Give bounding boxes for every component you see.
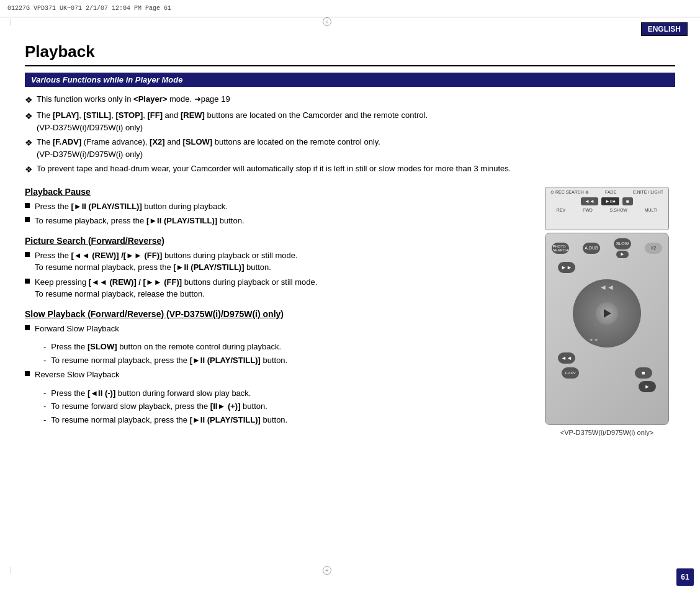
remote-fadv-btn[interactable]: F.ADV	[562, 367, 579, 379]
slow-playback-list-2: Reverse Slow Playback	[25, 369, 526, 381]
forward-slow-item-1: Press the [SLOW] button on the remote co…	[43, 341, 526, 353]
slow-playback-forward-label: Forward Slow Playback	[35, 323, 119, 335]
playback-pause-text-1: Press the [►II (PLAY/STILL)] button duri…	[35, 200, 228, 213]
note-item-3: ❖ To prevent tape and head-drum wear, yo…	[25, 163, 675, 176]
note-item-0: ❖ This function works only in <Player> m…	[25, 93, 675, 107]
label-rev: REV	[557, 208, 565, 212]
reverse-slow-item-3: To resume normal playback, press the [►I…	[43, 414, 526, 426]
remote-rev-btn[interactable]: ◄◄	[581, 197, 598, 205]
remote-caption: <VP-D375W(i)/D975W(i) only>	[560, 429, 653, 436]
diamond-icon-0: ❖	[25, 93, 33, 107]
remote-top-row: PHOTOSEARCH A.DUB SLOW ► X2	[552, 238, 662, 258]
page-info-label: 01227G VPD371 UK~071 2/1/07 12:04 PM Pag…	[7, 5, 171, 12]
note-text-0: This function works only in <Player> mod…	[37, 93, 230, 105]
picture-search-item-2: Keep pressing [◄◄ (REW)] / [►► (FF)] but…	[25, 276, 526, 300]
label-fade: FADE	[605, 190, 616, 195]
label-sshow: S.SHOW	[610, 208, 627, 212]
dpad-container: ◄◄ ◄◄	[573, 279, 641, 348]
playback-pause-list: Press the [►II (PLAY/STILL)] button duri…	[25, 200, 526, 227]
note-item-2: ❖ The [F.ADV] (Frame advance), [X2] and …	[25, 136, 675, 160]
bullet-sq-6	[25, 371, 30, 376]
corner-mark-tl: |	[9, 19, 11, 25]
bullet-sq-1	[25, 203, 30, 208]
reverse-slow-item-2: To resume forward slow playback, press t…	[43, 400, 526, 413]
remote-bottom-row: F.ADV ■	[552, 367, 662, 379]
reverse-slow-item-1: Press the [◄II (-)] button during forwar…	[43, 387, 526, 400]
remote-ff-btn[interactable]: ►►	[558, 262, 575, 273]
subsection-title-playback-pause: Playback Pause	[25, 187, 526, 197]
bullet-sq-2	[25, 217, 30, 222]
remote-stop-btn[interactable]: ■	[622, 197, 633, 205]
remote-adub-btn[interactable]: A.DUB	[583, 243, 600, 254]
label-fwd: FWD	[583, 208, 593, 212]
page-title: Playback	[25, 42, 675, 66]
subsection-title-slow-playback: Slow Playback (Forward/Reverse) (VP-D375…	[25, 309, 526, 319]
dpad-down-icon: ◄◄	[588, 337, 598, 343]
reverse-slow-text-1: Press the [◄II (-)] button during forwar…	[51, 387, 251, 400]
remote-button-labels: REV FWD S.SHOW MULTI	[548, 208, 666, 212]
bullet-sq-3	[25, 252, 30, 257]
main-content: Playback Various Functions while in Play…	[25, 17, 675, 567]
remote-slow-btn[interactable]: SLOW	[614, 238, 631, 249]
dpad-up-icon: ◄◄	[599, 283, 614, 292]
dpad-outer[interactable]: ◄◄ ◄◄	[573, 279, 641, 348]
forward-slow-sub-list: Press the [SLOW] button on the remote co…	[43, 341, 526, 366]
bullet-sq-4	[25, 279, 30, 284]
remote-bottom-section: F.ADV ■ ►	[552, 367, 662, 392]
note-text-2: The [F.ADV] (Frame advance), [X2] and [S…	[37, 136, 380, 160]
remote-photo-search-btn[interactable]: PHOTOSEARCH	[552, 243, 569, 254]
picture-search-list: Press the [◄◄ (REW)] /[►► (FF)] buttons …	[25, 249, 526, 300]
playback-pause-item-1: Press the [►II (PLAY/STILL)] button duri…	[25, 200, 526, 213]
remote-body: PHOTOSEARCH A.DUB SLOW ► X2	[545, 233, 669, 425]
header-bar: 01227G VPD371 UK~071 2/1/07 12:04 PM Pag…	[0, 0, 700, 17]
note-text-3: To prevent tape and head-drum wear, your…	[37, 163, 511, 175]
label-cnite: C.NITE / LIGHT	[633, 190, 663, 195]
remote-top-labels: ⊙ REC SEARCH ⊕ FADE C.NITE / LIGHT	[548, 190, 666, 195]
remote-fwd-btn[interactable]: ►II●	[601, 197, 620, 206]
remote-playstill-btn[interactable]: ►	[639, 381, 656, 392]
note-item-1: ❖ The [PLAY], [STILL], [STOP], [FF] and …	[25, 109, 675, 133]
slow-playback-item-2: Reverse Slow Playback	[25, 369, 526, 381]
diamond-icon-2: ❖	[25, 136, 33, 150]
remote-spacer	[599, 368, 614, 378]
subsection-title-picture-search: Picture Search (Forward/Reverse)	[25, 236, 526, 246]
reverse-slow-text-3: To resume normal playback, press the [►I…	[51, 414, 287, 426]
intro-notes: ❖ This function works only in <Player> m…	[25, 93, 675, 177]
slow-playback-item-1: Forward Slow Playback	[25, 323, 526, 335]
diamond-icon-3: ❖	[25, 163, 33, 176]
bullet-sq-5	[25, 325, 30, 330]
slow-playback-list: Forward Slow Playback	[25, 323, 526, 335]
remote-top-panel: ⊙ REC SEARCH ⊕ FADE C.NITE / LIGHT ◄◄ ►I…	[545, 187, 669, 230]
forward-slow-item-2: To resume normal playback, press the [►I…	[43, 354, 526, 367]
two-col-layout: Playback Pause Press the [►II (PLAY/STIL…	[25, 187, 675, 436]
page-number-badge: 61	[676, 568, 694, 586]
label-rec-search: ⊙ REC SEARCH ⊕	[550, 190, 589, 195]
remote-rew-row: ◄◄	[552, 352, 662, 364]
playback-pause-item-2: To resume playback, press the [►II (PLAY…	[25, 215, 526, 227]
picture-search-item-1: Press the [◄◄ (REW)] /[►► (FF)] buttons …	[25, 249, 526, 274]
remote-play-mini-btn[interactable]: ►	[616, 251, 629, 258]
label-multi: MULTI	[645, 208, 657, 212]
remote-stop-main-btn[interactable]: ■	[635, 367, 652, 379]
slow-playback-reverse-label: Reverse Slow Playback	[35, 369, 120, 381]
right-column: ⊙ REC SEARCH ⊕ FADE C.NITE / LIGHT ◄◄ ►I…	[539, 187, 675, 436]
dpad-center-btn[interactable]	[596, 302, 618, 325]
remote-play-row: ►	[552, 381, 662, 392]
picture-search-text-2: Keep pressing [◄◄ (REW)] / [►► (FF)] but…	[35, 276, 317, 300]
diamond-icon-1: ❖	[25, 109, 33, 123]
section-banner: Various Functions while in Player Mode	[25, 73, 675, 87]
reverse-slow-text-2: To resume forward slow playback, press t…	[51, 400, 267, 413]
remote-x2-btn[interactable]: X2	[645, 243, 662, 254]
reverse-slow-sub-list: Press the [◄II (-)] button during forwar…	[43, 387, 526, 426]
registration-mark-bottom	[323, 566, 331, 575]
picture-search-text-1: Press the [◄◄ (REW)] /[►► (FF)] buttons …	[35, 249, 298, 274]
playback-pause-text-2: To resume playback, press the [►II (PLAY…	[35, 215, 245, 227]
forward-slow-text-2: To resume normal playback, press the [►I…	[51, 354, 287, 367]
remote-ff-row: ►►	[552, 262, 662, 273]
remote-rew-btn[interactable]: ◄◄	[558, 352, 575, 364]
dpad-play-icon	[604, 309, 611, 318]
note-text-1: The [PLAY], [STILL], [STOP], [FF] and [R…	[37, 109, 428, 133]
left-column: Playback Pause Press the [►II (PLAY/STIL…	[25, 187, 526, 436]
remote-top-buttons: ◄◄ ►II● ■	[581, 197, 633, 206]
corner-mark-bl: |	[9, 567, 11, 573]
